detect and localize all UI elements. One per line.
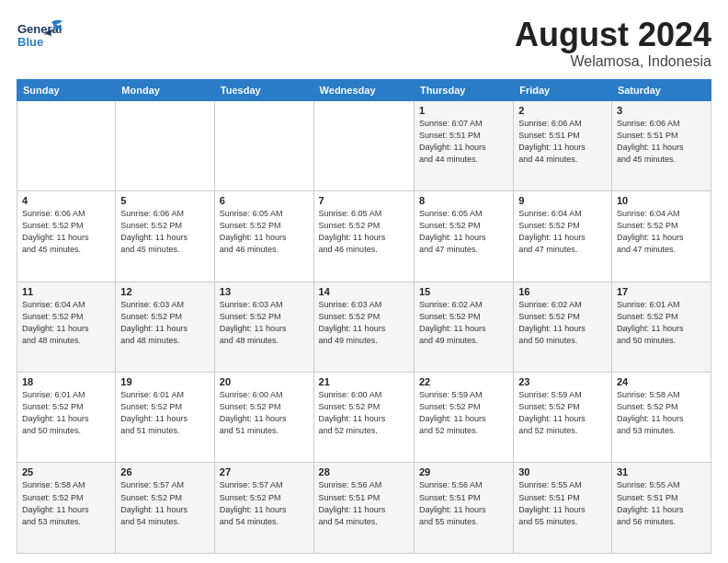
day-info: Sunrise: 5:57 AM Sunset: 5:52 PM Dayligh…	[220, 479, 309, 527]
calendar-cell: 21Sunrise: 6:00 AM Sunset: 5:52 PM Dayli…	[313, 373, 414, 463]
weekday-row: SundayMondayTuesdayWednesdayThursdayFrid…	[17, 79, 711, 100]
day-number: 17	[617, 286, 706, 297]
day-number: 19	[120, 376, 210, 387]
day-info: Sunrise: 6:04 AM Sunset: 5:52 PM Dayligh…	[617, 208, 706, 256]
day-number: 25	[22, 466, 110, 477]
calendar-cell: 29Sunrise: 5:56 AM Sunset: 5:51 PM Dayli…	[414, 463, 513, 554]
day-number: 1	[419, 105, 508, 116]
day-info: Sunrise: 6:00 AM Sunset: 5:52 PM Dayligh…	[319, 389, 409, 437]
day-number: 12	[120, 286, 210, 297]
calendar-cell: 15Sunrise: 6:02 AM Sunset: 5:52 PM Dayli…	[414, 282, 513, 372]
svg-text:Blue: Blue	[17, 35, 43, 49]
calendar-cell: 27Sunrise: 5:57 AM Sunset: 5:52 PM Dayli…	[214, 463, 313, 554]
day-info: Sunrise: 5:55 AM Sunset: 5:51 PM Dayligh…	[518, 479, 607, 527]
day-info: Sunrise: 6:04 AM Sunset: 5:52 PM Dayligh…	[22, 299, 110, 347]
logo-icon: General Blue	[17, 17, 64, 55]
day-info: Sunrise: 6:01 AM Sunset: 5:52 PM Dayligh…	[22, 389, 110, 437]
weekday-header: Tuesday	[214, 79, 313, 100]
calendar-header: SundayMondayTuesdayWednesdayThursdayFrid…	[17, 79, 711, 100]
day-number: 9	[518, 195, 607, 206]
day-number: 30	[518, 466, 607, 477]
calendar-cell: 25Sunrise: 5:58 AM Sunset: 5:52 PM Dayli…	[17, 463, 116, 554]
calendar-body: 1Sunrise: 6:07 AM Sunset: 5:51 PM Daylig…	[17, 100, 711, 553]
day-info: Sunrise: 5:59 AM Sunset: 5:52 PM Dayligh…	[419, 389, 508, 437]
location-subtitle: Welamosa, Indonesia	[515, 53, 711, 70]
day-info: Sunrise: 6:03 AM Sunset: 5:52 PM Dayligh…	[220, 299, 309, 347]
day-number: 16	[518, 286, 607, 297]
day-info: Sunrise: 6:06 AM Sunset: 5:51 PM Dayligh…	[617, 118, 706, 166]
day-number: 28	[319, 466, 409, 477]
day-info: Sunrise: 6:05 AM Sunset: 5:52 PM Dayligh…	[319, 208, 409, 256]
day-info: Sunrise: 6:02 AM Sunset: 5:52 PM Dayligh…	[518, 299, 607, 347]
weekday-header: Saturday	[611, 79, 711, 100]
calendar-cell	[17, 100, 116, 190]
day-info: Sunrise: 6:06 AM Sunset: 5:51 PM Dayligh…	[518, 118, 607, 166]
weekday-header: Wednesday	[313, 79, 414, 100]
calendar-cell: 31Sunrise: 5:55 AM Sunset: 5:51 PM Dayli…	[611, 463, 711, 554]
calendar-cell: 2Sunrise: 6:06 AM Sunset: 5:51 PM Daylig…	[514, 100, 612, 190]
day-info: Sunrise: 6:05 AM Sunset: 5:52 PM Dayligh…	[220, 208, 309, 256]
calendar-cell: 5Sunrise: 6:06 AM Sunset: 5:52 PM Daylig…	[116, 191, 215, 282]
day-info: Sunrise: 5:58 AM Sunset: 5:52 PM Dayligh…	[617, 389, 706, 437]
weekday-header: Sunday	[17, 79, 116, 100]
calendar-cell: 10Sunrise: 6:04 AM Sunset: 5:52 PM Dayli…	[611, 191, 711, 282]
day-number: 4	[22, 195, 110, 206]
day-number: 18	[22, 376, 110, 387]
calendar-week-row: 25Sunrise: 5:58 AM Sunset: 5:52 PM Dayli…	[17, 463, 711, 554]
calendar-cell	[214, 100, 313, 190]
weekday-header: Thursday	[414, 79, 513, 100]
calendar-cell: 3Sunrise: 6:06 AM Sunset: 5:51 PM Daylig…	[611, 100, 711, 190]
calendar-cell: 13Sunrise: 6:03 AM Sunset: 5:52 PM Dayli…	[214, 282, 313, 372]
day-number: 6	[220, 195, 309, 206]
weekday-header: Monday	[116, 79, 215, 100]
day-number: 23	[518, 376, 607, 387]
day-info: Sunrise: 5:56 AM Sunset: 5:51 PM Dayligh…	[319, 479, 409, 527]
day-info: Sunrise: 6:04 AM Sunset: 5:52 PM Dayligh…	[518, 208, 607, 256]
day-number: 11	[22, 286, 110, 297]
calendar-cell: 4Sunrise: 6:06 AM Sunset: 5:52 PM Daylig…	[17, 191, 116, 282]
calendar-cell: 7Sunrise: 6:05 AM Sunset: 5:52 PM Daylig…	[313, 191, 414, 282]
title-block: August 2024 Welamosa, Indonesia	[515, 17, 711, 70]
header: General Blue August 2024 Welamosa, Indon…	[17, 17, 711, 70]
calendar-cell: 18Sunrise: 6:01 AM Sunset: 5:52 PM Dayli…	[17, 373, 116, 463]
calendar-cell: 26Sunrise: 5:57 AM Sunset: 5:52 PM Dayli…	[116, 463, 215, 554]
day-number: 3	[617, 105, 706, 116]
calendar-cell	[116, 100, 215, 190]
calendar-table: SundayMondayTuesdayWednesdayThursdayFrid…	[17, 79, 711, 554]
calendar-cell: 12Sunrise: 6:03 AM Sunset: 5:52 PM Dayli…	[116, 282, 215, 372]
calendar-cell: 28Sunrise: 5:56 AM Sunset: 5:51 PM Dayli…	[313, 463, 414, 554]
day-info: Sunrise: 5:59 AM Sunset: 5:52 PM Dayligh…	[518, 389, 607, 437]
day-number: 5	[120, 195, 210, 206]
calendar-week-row: 1Sunrise: 6:07 AM Sunset: 5:51 PM Daylig…	[17, 100, 711, 190]
day-number: 7	[319, 195, 409, 206]
calendar-cell: 1Sunrise: 6:07 AM Sunset: 5:51 PM Daylig…	[414, 100, 513, 190]
weekday-header: Friday	[514, 79, 612, 100]
calendar-cell: 30Sunrise: 5:55 AM Sunset: 5:51 PM Dayli…	[514, 463, 612, 554]
day-number: 26	[120, 466, 210, 477]
day-info: Sunrise: 6:07 AM Sunset: 5:51 PM Dayligh…	[419, 118, 508, 166]
day-info: Sunrise: 5:55 AM Sunset: 5:51 PM Dayligh…	[617, 479, 706, 527]
day-info: Sunrise: 6:01 AM Sunset: 5:52 PM Dayligh…	[617, 299, 706, 347]
calendar-cell: 24Sunrise: 5:58 AM Sunset: 5:52 PM Dayli…	[611, 373, 711, 463]
month-title: August 2024	[515, 17, 711, 53]
day-number: 21	[319, 376, 409, 387]
calendar-week-row: 11Sunrise: 6:04 AM Sunset: 5:52 PM Dayli…	[17, 282, 711, 372]
day-number: 8	[419, 195, 508, 206]
page: General Blue August 2024 Welamosa, Indon…	[0, 0, 728, 563]
calendar-week-row: 18Sunrise: 6:01 AM Sunset: 5:52 PM Dayli…	[17, 373, 711, 463]
day-number: 22	[419, 376, 508, 387]
day-info: Sunrise: 6:01 AM Sunset: 5:52 PM Dayligh…	[120, 389, 210, 437]
day-number: 24	[617, 376, 706, 387]
calendar-cell: 8Sunrise: 6:05 AM Sunset: 5:52 PM Daylig…	[414, 191, 513, 282]
day-number: 2	[518, 105, 607, 116]
day-number: 14	[319, 286, 409, 297]
calendar-cell: 14Sunrise: 6:03 AM Sunset: 5:52 PM Dayli…	[313, 282, 414, 372]
day-number: 10	[617, 195, 706, 206]
day-number: 15	[419, 286, 508, 297]
day-info: Sunrise: 6:02 AM Sunset: 5:52 PM Dayligh…	[419, 299, 508, 347]
day-number: 13	[220, 286, 309, 297]
day-number: 20	[220, 376, 309, 387]
calendar-week-row: 4Sunrise: 6:06 AM Sunset: 5:52 PM Daylig…	[17, 191, 711, 282]
day-number: 31	[617, 466, 706, 477]
day-info: Sunrise: 6:00 AM Sunset: 5:52 PM Dayligh…	[220, 389, 309, 437]
